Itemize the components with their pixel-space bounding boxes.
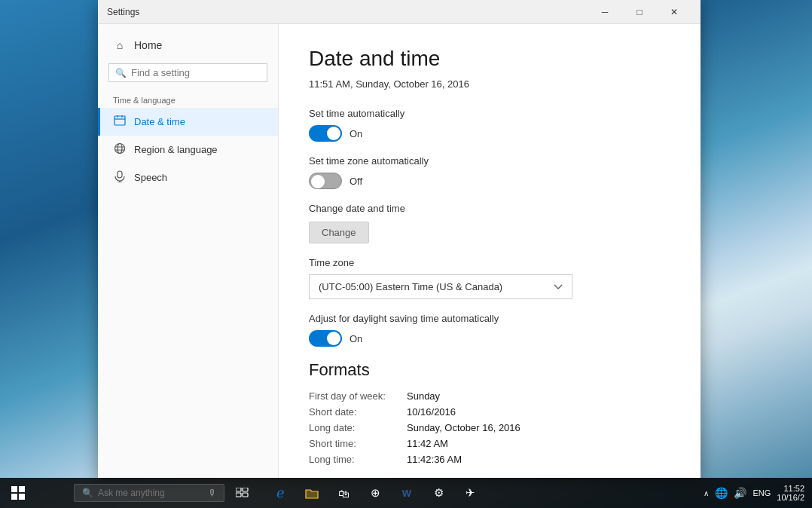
short-date-key: Short date: (309, 406, 407, 418)
window-title: Settings (107, 7, 588, 17)
daylight-label: Adjust for daylight saving time automati… (309, 313, 670, 324)
extra-icon[interactable]: ✈ (455, 478, 485, 508)
sidebar-item-region-label: Region & language (134, 144, 218, 155)
long-time-value: 11:42:36 AM (407, 454, 462, 465)
formats-table: First day of week: Sunday Short date: 10… (309, 390, 670, 465)
long-date-value: Sunday, October 16, 2016 (407, 422, 520, 433)
change-button[interactable]: Change (309, 222, 369, 243)
short-date-value: 10/16/2016 (407, 406, 456, 418)
short-time-value: 11:42 AM (407, 438, 448, 449)
calendar-icon (113, 115, 127, 129)
settings-window: Settings ─ □ ✕ ⌂ Home 🔍 Time & language (98, 0, 701, 478)
format-row-first-day: First day of week: Sunday (309, 390, 670, 402)
sidebar-home-label: Home (134, 39, 162, 51)
explorer-icon[interactable] (297, 478, 327, 508)
svg-point-4 (115, 144, 125, 154)
title-bar: Settings ─ □ ✕ (98, 0, 701, 24)
long-time-key: Long time: (309, 454, 407, 465)
set-time-auto-status: On (350, 128, 362, 139)
settings-icon[interactable]: ⚙ (423, 478, 453, 508)
svg-rect-13 (11, 494, 17, 500)
minimize-button[interactable]: ─ (588, 0, 622, 24)
title-bar-controls: ─ □ ✕ (588, 0, 691, 24)
daylight-status: On (350, 333, 362, 344)
chrome-icon[interactable]: ⊕ (360, 478, 390, 508)
taskbar-clock[interactable]: 11:52 10/16/2 (777, 484, 804, 502)
long-date-key: Long date: (309, 422, 407, 433)
taskbar-mic-icon: 🎙 (208, 488, 217, 498)
svg-rect-8 (118, 171, 122, 178)
timezone-select[interactable]: (UTC-05:00) Eastern Time (US & Canada) (309, 274, 572, 299)
edge-icon[interactable]: ℯ (265, 478, 295, 508)
svg-point-5 (118, 144, 122, 154)
network-icon: 🌐 (715, 487, 728, 499)
search-input[interactable] (131, 67, 261, 78)
taskview-button[interactable] (227, 478, 258, 508)
close-button[interactable]: ✕ (657, 0, 691, 24)
set-timezone-auto-label: Set time zone automatically (309, 155, 670, 167)
short-time-key: Short time: (309, 438, 407, 449)
sidebar: ⌂ Home 🔍 Time & language (98, 24, 279, 478)
timezone-label: Time zone (309, 257, 670, 268)
first-day-key: First day of week: (309, 390, 407, 402)
format-row-long-time: Long time: 11:42:36 AM (309, 454, 670, 465)
sidebar-item-speech[interactable]: Speech (98, 164, 278, 191)
svg-rect-18 (243, 493, 248, 497)
sidebar-item-date-time[interactable]: Date & time (98, 108, 278, 136)
sidebar-item-speech-label: Speech (134, 172, 167, 183)
set-timezone-auto-status: Off (350, 176, 362, 187)
set-timezone-auto-toggle[interactable] (309, 173, 342, 189)
svg-rect-16 (243, 488, 248, 491)
set-timezone-auto-row: Off (309, 173, 670, 189)
set-time-auto-row: On (309, 125, 670, 142)
taskbar-time-display: 11:52 (777, 484, 804, 493)
store-icon[interactable]: 🛍 (328, 478, 359, 508)
set-time-auto-toggle[interactable] (309, 125, 342, 142)
set-time-auto-label: Set time automatically (309, 108, 670, 119)
home-icon: ⌂ (113, 39, 127, 51)
taskbar-search-input[interactable] (98, 488, 203, 498)
toggle-thumb-tz (311, 175, 325, 188)
start-button[interactable] (0, 478, 36, 508)
sidebar-item-date-time-label: Date & time (134, 116, 185, 127)
current-time: 11:51 AM, Sunday, October 16, 2016 (309, 78, 670, 90)
first-day-value: Sunday (407, 390, 440, 402)
word-icon[interactable]: W (392, 478, 422, 508)
sidebar-item-region-language[interactable]: Region & language (98, 136, 278, 164)
taskbar-search-bar[interactable]: 🔍 🎙 (74, 484, 224, 502)
taskbar: 🔍 🎙 ℯ 🛍 ⊕ W ⚙ ✈ ∧ 🌐 🔊 ENG 11:52 (0, 478, 812, 508)
svg-rect-14 (19, 494, 25, 500)
sidebar-home[interactable]: ⌂ Home (98, 32, 278, 59)
taskbar-app-icons: ℯ 🛍 ⊕ W ⚙ ✈ (265, 478, 485, 508)
change-datetime-label: Change date and time (309, 203, 670, 214)
daylight-row: On (309, 330, 670, 347)
toggle-thumb-dst (327, 332, 340, 345)
speech-icon (113, 170, 127, 185)
taskbar-date-display: 10/16/2 (777, 493, 804, 502)
formats-title: Formats (309, 360, 670, 380)
region-icon (113, 142, 127, 157)
svg-rect-17 (236, 493, 241, 497)
search-box: 🔍 (108, 63, 267, 82)
main-content: Date and time 11:51 AM, Sunday, October … (279, 24, 701, 478)
format-row-short-date: Short date: 10/16/2016 (309, 406, 670, 418)
svg-rect-0 (114, 116, 125, 125)
search-icon: 🔍 (115, 68, 127, 78)
format-row-long-date: Long date: Sunday, October 16, 2016 (309, 422, 670, 433)
change-btn-row: Change (309, 222, 670, 243)
svg-rect-15 (236, 488, 241, 491)
svg-rect-12 (19, 486, 25, 492)
svg-rect-11 (11, 486, 17, 492)
window-body: ⌂ Home 🔍 Time & language (98, 24, 701, 478)
format-row-short-time: Short time: 11:42 AM (309, 438, 670, 449)
taskbar-right: ∧ 🌐 🔊 ENG 11:52 10/16/2 (704, 484, 812, 502)
page-title: Date and time (309, 47, 670, 71)
daylight-toggle[interactable] (309, 330, 342, 347)
taskbar-search-icon: 🔍 (82, 488, 93, 498)
maximize-button[interactable]: □ (622, 0, 657, 24)
sidebar-section-label: Time & language (98, 91, 278, 108)
system-tray-icon-up: ∧ (704, 489, 709, 497)
toggle-thumb (327, 127, 340, 140)
volume-icon: 🔊 (734, 487, 746, 499)
taskbar-language: ENG (752, 488, 771, 497)
